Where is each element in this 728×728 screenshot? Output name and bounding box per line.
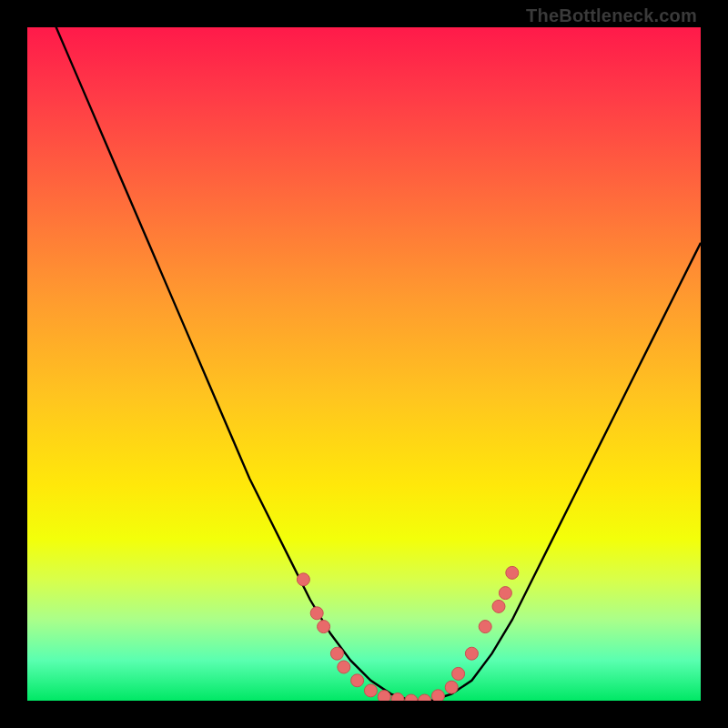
marker-point <box>419 694 431 701</box>
chart-svg <box>27 27 701 701</box>
watermark-text: TheBottleneck.com <box>526 5 697 26</box>
marker-point <box>452 667 465 680</box>
marker-point <box>351 674 364 687</box>
marker-point <box>499 587 511 600</box>
marker-point <box>506 566 519 579</box>
bottleneck-curve-path <box>27 27 701 701</box>
marker-point <box>338 661 350 673</box>
chart-frame <box>27 27 701 701</box>
marker-point <box>445 681 458 693</box>
marker-point <box>405 694 418 701</box>
marker-point <box>318 621 330 633</box>
marker-point <box>378 691 390 701</box>
marker-point <box>330 647 343 660</box>
marker-point <box>297 573 309 586</box>
marker-point <box>364 684 377 697</box>
marker-point <box>431 690 444 701</box>
marker-point <box>479 621 491 633</box>
marker-point <box>310 607 323 620</box>
marker-point <box>492 600 505 612</box>
marker-point <box>465 647 478 660</box>
